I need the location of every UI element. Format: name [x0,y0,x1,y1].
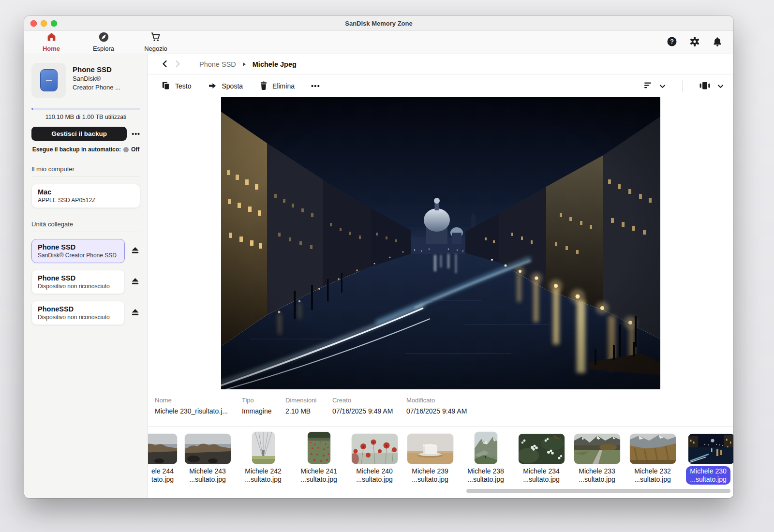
breadcrumb: Phone SSD Michele Jpeg [199,60,297,68]
auto-backup-toggle[interactable] [123,147,129,152]
copy-icon [161,80,171,92]
zoom-button[interactable] [51,20,57,27]
device-thumbnail [31,63,66,98]
device-name: Phone SSD [73,65,120,74]
chevron-down-icon [659,83,666,90]
titlebar: SanDisk Memory Zone [24,16,733,31]
copy-button[interactable]: Testo [160,78,192,94]
auto-backup-state: Off [131,146,139,153]
tab-negozio[interactable]: Negozio [136,31,175,54]
forward-button[interactable] [171,58,184,72]
thumbnail-label: Michele 233...sultato.jpg [579,467,615,484]
delete-button[interactable]: Elimina [258,79,296,94]
thumbnail-image [519,434,565,464]
eject-button[interactable] [130,277,140,287]
thumbnail-item-selected[interactable]: Michele 230...sultato.jpg [683,431,733,485]
thumbnail-item[interactable]: Michele 243...sultato.jpg [182,431,233,485]
info-value-type: Immagine [242,407,285,415]
eject-button[interactable] [130,308,140,318]
help-icon: ? [667,36,677,48]
thumbnail-label: Michele 238...sultato.jpg [467,467,504,484]
close-button[interactable] [30,20,37,27]
thumbnail-item[interactable]: Michele 241...sultato.jpg [294,431,344,485]
back-button[interactable] [159,58,171,72]
eject-icon [131,278,139,286]
trash-icon [259,81,268,92]
sidebar: Phone SSD SanDisk® Creator Phone ... 110… [24,54,148,498]
drive-item-selected[interactable]: Phone SSD SanDisk® Creator Phone SSD [31,239,125,263]
thumbnail-label: Michele 239...sultato.jpg [412,467,448,484]
thumbnail-image [630,434,676,464]
chevron-right-icon [173,59,182,70]
thumbnail-label: Michele 232...sultato.jpg [634,467,671,484]
device-summary: Phone SSD SanDisk® Creator Phone ... [31,63,140,98]
svg-text:?: ? [670,38,674,45]
drive-item[interactable]: PhoneSSD Dispositivo non riconosciuto [31,301,125,325]
auto-backup-label: Esegue il backup in automatico: [32,146,121,153]
window-title: SanDisk Memory Zone [24,20,733,27]
settings-button[interactable] [689,36,700,48]
minimize-button[interactable] [41,20,47,27]
computer-detail: APPLE SSD AP0512Z [38,197,134,204]
ssd-device-icon [40,69,58,91]
cart-icon [150,31,162,44]
bell-icon [712,36,723,48]
thumbnail-image [688,434,734,464]
storage-usage-text: 110.10 MB di 1.00 TB utilizzati [31,114,140,120]
horizontal-scrollbar[interactable] [466,489,730,493]
view-mode-button[interactable] [697,79,726,93]
thumbnail-image [185,434,231,464]
eject-button[interactable] [130,246,140,256]
sort-button[interactable] [642,80,668,92]
thumbnail-item[interactable]: Michele 239...sultato.jpg [405,431,455,485]
move-button[interactable]: Sposta [207,79,244,93]
nav-utilities: ? [667,36,723,48]
thumbnail-item[interactable]: Michele 234...sultato.jpg [516,431,566,485]
tab-esplora-label: Esplora [93,45,114,52]
thumbnail-image [407,434,453,464]
info-value-size: 2.10 MB [285,407,332,415]
computer-item-mac[interactable]: Mac APPLE SSD AP0512Z [31,184,140,208]
thumbnail-item[interactable]: Michele 240...sultato.jpg [349,431,400,485]
breadcrumb-bar: Phone SSD Michele Jpeg [148,54,733,75]
thumbnail-image [308,432,330,464]
drive-name: Phone SSD [38,274,119,282]
main-panel: Phone SSD Michele Jpeg Testo Sposta Elim [148,54,733,498]
breadcrumb-root[interactable]: Phone SSD [199,60,236,68]
storage-usage-bar [31,108,140,110]
thumbnail-image [148,434,177,464]
tab-negozio-label: Negozio [144,45,167,52]
info-value-name: Michele 230_risultato.j... [155,407,242,415]
notifications-button[interactable] [712,36,723,48]
nav-tabs: Home Esplora Negozio [32,31,175,54]
drive-detail: Dispositivo non riconosciuto [38,314,119,321]
thumbnail-image [574,434,620,464]
eject-icon [131,247,139,255]
backup-more-button[interactable]: ••• [132,130,140,138]
info-label-size: Dimensioni [285,397,332,404]
sort-icon [644,82,653,90]
help-button[interactable]: ? [667,36,677,48]
thumbnail-item[interactable]: Michele 242...sultato.jpg [238,431,288,485]
thumbnail-label: Michele 243...sultato.jpg [189,467,226,484]
thumbnail-label: Michele 242...sultato.jpg [245,467,282,484]
thumbnail-item[interactable]: ele 244tato.jpg [148,431,177,485]
compass-icon [98,31,109,44]
tab-esplora[interactable]: Esplora [84,31,123,54]
eject-icon [131,309,139,317]
thumbnail-item[interactable]: Michele 238...sultato.jpg [461,431,511,485]
thumbnail-item[interactable]: Michele 232...sultato.jpg [627,431,678,485]
tab-home-label: Home [43,45,60,52]
thumbnail-label: Michele 234...sultato.jpg [523,467,560,484]
photo-preview [221,97,660,389]
drive-name: Phone SSD [38,243,119,251]
thumbnail-item[interactable]: Michele 233...sultato.jpg [572,431,622,485]
tab-home[interactable]: Home [32,31,71,54]
manage-backup-button[interactable]: Gestisci il backup [31,127,127,141]
more-actions-button[interactable]: ••• [310,80,321,92]
info-label-name: Nome [155,397,242,404]
thumbnail-image [352,434,398,464]
thumbnail-label: Michele 240...sultato.jpg [356,467,393,484]
drive-item[interactable]: Phone SSD Dispositivo non riconosciuto [31,270,125,294]
move-label: Sposta [222,82,243,90]
